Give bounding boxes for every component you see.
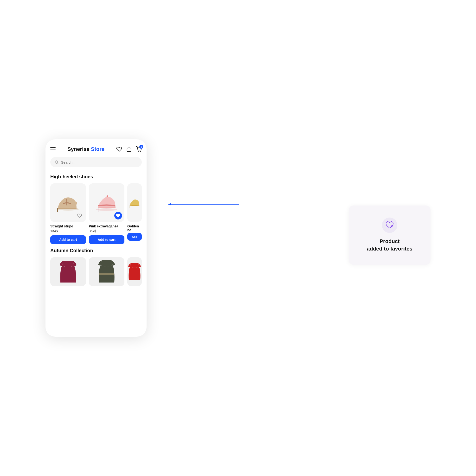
favorite-btn-1[interactable]: [76, 212, 84, 220]
cart-badge: 1: [139, 145, 143, 149]
autumn-image-1: [50, 257, 86, 286]
product-card-1: Straight stripe 134$ Add to cart: [50, 183, 86, 244]
connector-arrow: [163, 203, 240, 206]
autumn-row: [50, 257, 142, 286]
svg-marker-12: [168, 203, 171, 205]
add-to-cart-btn-3[interactable]: Add: [127, 233, 142, 241]
search-icon: [55, 160, 59, 164]
autumn-image-3: [127, 257, 142, 286]
svg-rect-6: [57, 208, 58, 212]
product-price-1: 134$: [50, 229, 86, 233]
product-name-1: Straight stripe: [50, 224, 86, 228]
section-title-autumn: Autumn Collection: [50, 248, 142, 254]
lock-button[interactable]: [126, 147, 132, 152]
search-input[interactable]: [61, 160, 137, 164]
favorite-btn-2[interactable]: [114, 212, 122, 220]
svg-line-4: [57, 163, 58, 164]
autumn-card-2: [89, 257, 124, 286]
notification-icon-wrapper: [382, 218, 397, 233]
add-to-cart-btn-1[interactable]: Add to cart: [50, 235, 86, 244]
dress-image-2: [97, 258, 116, 285]
product-image-3: [127, 183, 142, 222]
phone-frame: Synerise Store: [46, 139, 147, 337]
shoe-image-3: [127, 193, 142, 212]
brand-name: Synerise Store: [67, 146, 104, 152]
product-card-2: Pink extravaganza 367$ Add to cart: [89, 183, 124, 244]
dress-image-3: [127, 258, 142, 285]
products-row: Straight stripe 134$ Add to cart: [50, 183, 142, 244]
product-image-2: [89, 183, 124, 222]
dress-image-1: [58, 258, 78, 285]
favorites-button[interactable]: [116, 146, 122, 152]
product-card-3: Golden he Add: [127, 183, 142, 244]
product-price-2: 367$: [89, 229, 124, 233]
hamburger-icon[interactable]: [50, 147, 56, 151]
header-icons: 1: [116, 146, 142, 152]
product-image-1: [50, 183, 86, 222]
autumn-card-3: [127, 257, 142, 286]
cart-button[interactable]: 1: [136, 146, 142, 152]
autumn-image-2: [89, 257, 124, 286]
autumn-card-1: [50, 257, 86, 286]
svg-point-9: [107, 195, 108, 197]
search-bar[interactable]: [50, 157, 142, 167]
connector-wrapper: [163, 202, 240, 207]
notification-message: Product added to favorites: [367, 238, 412, 253]
header: Synerise Store: [50, 146, 142, 152]
shoe-image-2: [93, 192, 120, 213]
section-title-heels: High-heeled shoes: [50, 174, 142, 180]
add-to-cart-btn-2[interactable]: Add to cart: [89, 235, 124, 244]
notification-card: Product added to favorites: [349, 205, 430, 265]
shoe-image-1: [55, 192, 81, 213]
svg-rect-0: [127, 149, 131, 151]
svg-point-1: [138, 151, 138, 152]
product-name-2: Pink extravaganza: [89, 224, 124, 228]
product-name-3: Golden he: [127, 224, 142, 232]
svg-point-7: [96, 208, 117, 211]
svg-point-2: [140, 151, 141, 152]
heart-plus-icon: [385, 221, 394, 230]
